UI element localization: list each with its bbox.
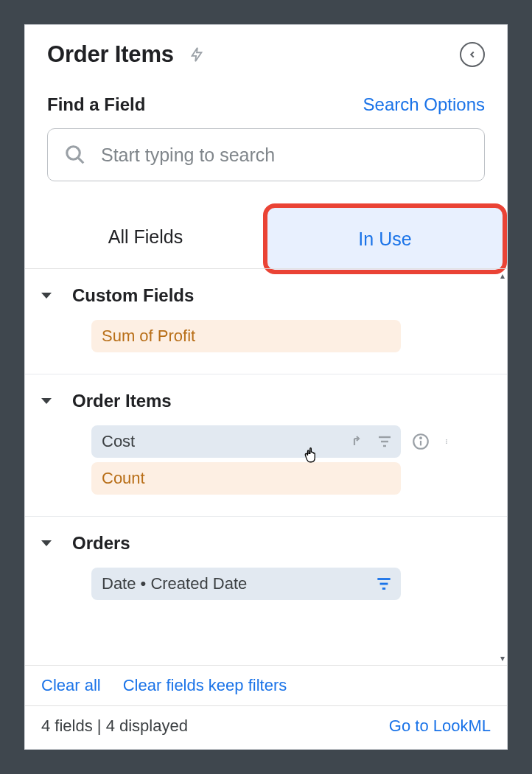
field-count[interactable]: Count xyxy=(91,462,401,495)
field-label: Cost xyxy=(102,432,135,451)
field-count-status: 4 fields | 4 displayed xyxy=(41,717,188,736)
section-title: Orders xyxy=(72,533,130,554)
info-icon[interactable] xyxy=(411,432,430,451)
svg-point-7 xyxy=(420,437,421,439)
quick-start-icon[interactable] xyxy=(189,43,205,66)
go-to-lookml-link[interactable]: Go to LookML xyxy=(389,717,491,736)
svg-point-10 xyxy=(446,443,447,444)
chevron-down-icon xyxy=(41,293,52,299)
section-custom-fields: Custom Fields Sum of Profit xyxy=(25,269,507,374)
filter-icon[interactable] xyxy=(376,433,393,450)
collapse-panel-button[interactable] xyxy=(460,42,485,67)
search-icon xyxy=(64,144,86,166)
section-title: Order Items xyxy=(72,391,172,411)
svg-point-0 xyxy=(67,147,80,160)
pivot-icon[interactable] xyxy=(349,433,367,450)
search-options-link[interactable]: Search Options xyxy=(363,94,485,115)
section-header-order-items[interactable]: Order Items xyxy=(25,388,507,423)
field-cost[interactable]: Cost xyxy=(91,425,401,458)
field-label: Count xyxy=(102,469,145,488)
section-orders: Orders Date • Created Date xyxy=(25,517,507,621)
footer-links: Clear all Clear fields keep filters xyxy=(25,665,507,705)
explore-title: Order Items xyxy=(47,41,174,68)
kebab-menu-icon[interactable] xyxy=(444,432,449,451)
cursor-hand-icon xyxy=(303,444,322,466)
field-list[interactable]: ▴ Custom Fields Sum of Profit Order Item… xyxy=(25,268,507,665)
field-sum-of-profit[interactable]: Sum of Profit xyxy=(91,320,401,352)
footer-status-bar: 4 fields | 4 displayed Go to LookML xyxy=(25,705,507,749)
field-picker-panel: Order Items Find a Field Search Options … xyxy=(24,24,508,750)
search-input[interactable] xyxy=(101,144,468,166)
field-date-created-date[interactable]: Date • Created Date xyxy=(91,568,401,600)
chevron-down-icon xyxy=(41,540,52,546)
find-field-label: Find a Field xyxy=(47,94,145,115)
field-label: Sum of Profit xyxy=(102,327,195,346)
svg-point-9 xyxy=(446,441,447,442)
field-tabs: All Fields In Use xyxy=(25,195,507,268)
panel-header: Order Items xyxy=(25,25,507,74)
section-order-items: Order Items Cost xyxy=(25,374,507,517)
chevron-down-icon xyxy=(41,398,52,404)
clear-all-link[interactable]: Clear all xyxy=(41,676,101,695)
svg-point-8 xyxy=(446,439,447,440)
tab-in-use[interactable]: In Use xyxy=(263,203,507,274)
section-header-custom-fields[interactable]: Custom Fields xyxy=(25,282,507,318)
svg-line-1 xyxy=(78,158,83,163)
filter-active-icon[interactable] xyxy=(374,574,393,593)
search-header-row: Find a Field Search Options xyxy=(25,74,507,124)
tab-in-use-label: In Use xyxy=(358,229,411,250)
scroll-up-icon[interactable]: ▴ xyxy=(500,271,505,281)
tab-all-fields[interactable]: All Fields xyxy=(25,226,266,248)
clear-fields-keep-filters-link[interactable]: Clear fields keep filters xyxy=(123,676,287,695)
section-title: Custom Fields xyxy=(72,285,194,306)
search-box[interactable] xyxy=(47,128,485,181)
scroll-down-icon[interactable]: ▾ xyxy=(500,653,505,663)
field-label: Date • Created Date xyxy=(102,574,247,593)
section-header-orders[interactable]: Orders xyxy=(25,530,507,565)
